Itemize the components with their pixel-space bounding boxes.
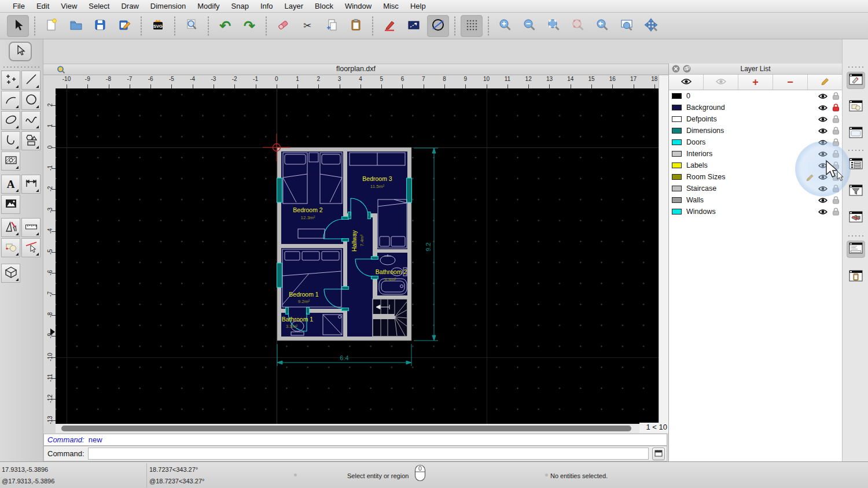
zoom-selection-button[interactable] — [567, 15, 589, 37]
layer-visibility-icon[interactable] — [816, 162, 829, 169]
menu-misc[interactable]: Misc — [377, 0, 404, 13]
copy-button[interactable] — [321, 15, 343, 37]
document-title-bar[interactable]: floorplan.dxf — [43, 64, 668, 75]
arc-tool-button[interactable] — [1, 91, 20, 110]
paste-button[interactable] — [345, 15, 367, 37]
layer-lock-icon[interactable] — [829, 127, 842, 135]
pan-button[interactable] — [640, 15, 662, 37]
line-tool-button[interactable] — [21, 71, 41, 90]
export-svg-button[interactable]: SVG — [147, 15, 169, 37]
palette-handle[interactable] — [2, 66, 39, 68]
menu-modify[interactable]: Modify — [192, 0, 225, 13]
spline-tool-button[interactable] — [21, 111, 41, 130]
layer-lock-icon[interactable] — [829, 184, 842, 193]
menu-view[interactable]: View — [55, 0, 83, 13]
menu-info[interactable]: Info — [255, 0, 279, 13]
cut-button[interactable]: ✂ — [296, 15, 318, 37]
selection-arrow-button[interactable] — [7, 15, 29, 37]
redo-button[interactable]: ↷ — [238, 15, 260, 37]
select-tool-button[interactable] — [9, 42, 32, 61]
layer-list-dock-button[interactable] — [847, 156, 865, 173]
zoom-window-button[interactable] — [616, 15, 638, 37]
layer-row[interactable]: Walls — [669, 194, 842, 206]
zoom-in-button[interactable] — [494, 15, 516, 37]
layer-lock-icon[interactable] — [829, 92, 842, 100]
hide-all-layers-button[interactable] — [704, 75, 738, 90]
layer-visibility-icon[interactable] — [816, 209, 829, 215]
clipboard-dock-button[interactable] — [847, 268, 865, 286]
layer-lock-icon[interactable] — [829, 138, 842, 146]
horizontal-scrollbar-thumb[interactable] — [61, 426, 631, 431]
menu-file[interactable]: File — [7, 0, 31, 13]
add-layer-button[interactable]: + — [738, 75, 773, 90]
menu-draw[interactable]: Draw — [115, 0, 144, 13]
layer-row-current[interactable]: Room Sizes — [669, 171, 842, 183]
layer-row[interactable]: 0 — [669, 90, 842, 102]
layer-row[interactable]: Defpoints — [669, 113, 842, 125]
layer-lock-icon[interactable] — [829, 150, 842, 158]
ellipse-tool-button[interactable] — [1, 111, 20, 130]
vertical-scrollbar-track[interactable] — [659, 75, 668, 424]
edit-layer-button[interactable] — [808, 75, 842, 90]
measure-tool-button[interactable] — [21, 218, 41, 237]
layer-visibility-icon[interactable] — [816, 186, 829, 192]
command-dock-button[interactable] — [847, 241, 865, 258]
circle-tool-button[interactable] — [21, 91, 41, 110]
delete-button[interactable] — [272, 15, 294, 37]
modify-tool-button[interactable] — [21, 238, 41, 257]
menu-select[interactable]: Select — [83, 0, 115, 13]
cad-tools-button[interactable] — [1, 218, 20, 237]
layer-filter-dock-button[interactable] — [847, 183, 865, 200]
dimension-tool-button[interactable] — [21, 175, 41, 194]
menu-help[interactable]: Help — [404, 0, 432, 13]
layer-row[interactable]: Background — [669, 102, 842, 113]
grid-toggle-button[interactable] — [461, 15, 483, 37]
layer-visibility-icon[interactable] — [816, 116, 829, 123]
menu-layer[interactable]: Layer — [279, 0, 310, 13]
layer-lock-icon[interactable] — [829, 173, 842, 181]
layer-lock-icon[interactable] — [829, 208, 842, 216]
layer-row[interactable]: Dimensions — [669, 125, 842, 136]
print-preview-button[interactable] — [181, 15, 203, 37]
layer-row[interactable]: Interiors — [669, 148, 842, 160]
text-tool-button[interactable]: A — [1, 175, 20, 194]
new-document-button[interactable] — [41, 15, 62, 37]
auto-zoom-button[interactable] — [543, 15, 565, 37]
drawing-canvas[interactable]: 9.2 6.4 Bedroom 2 12.3m² Bedroom 3 11.5m… — [56, 88, 659, 424]
layer-visibility-icon[interactable] — [816, 197, 829, 204]
dock-handle[interactable] — [847, 66, 865, 68]
layer-visibility-icon[interactable] — [816, 93, 829, 99]
zoom-out-button[interactable] — [518, 15, 540, 37]
pen-properties-button[interactable] — [378, 15, 400, 37]
command-dock-button[interactable] — [652, 448, 665, 460]
plugin-dock-button[interactable] — [847, 209, 865, 227]
draft-mode-button[interactable] — [427, 15, 449, 37]
menu-dimension[interactable]: Dimension — [145, 0, 192, 13]
menu-window[interactable]: Window — [339, 0, 377, 13]
hatch-tool-button[interactable] — [1, 151, 20, 171]
layer-visibility-icon[interactable] — [816, 174, 829, 180]
menu-block[interactable]: Block — [309, 0, 339, 13]
save-button[interactable] — [89, 15, 111, 37]
layer-row[interactable]: Staircase — [669, 183, 842, 194]
layer-lock-icon-locked[interactable] — [829, 103, 842, 112]
block-dock-button[interactable] — [847, 98, 865, 116]
layer-lock-icon[interactable] — [829, 115, 842, 123]
layer-row[interactable]: Labels — [669, 160, 842, 171]
layer-visibility-icon[interactable] — [816, 139, 829, 146]
solid-3d-tool-button[interactable] — [1, 264, 20, 283]
image-tool-button[interactable] — [1, 195, 20, 214]
menu-edit[interactable]: Edit — [31, 0, 55, 13]
polyline-tool-button[interactable] — [1, 131, 20, 150]
remove-layer-button[interactable]: − — [773, 75, 808, 90]
layer-lock-icon[interactable] — [829, 196, 842, 204]
layer-row[interactable]: Windows — [669, 206, 842, 217]
previous-view-button[interactable] — [591, 15, 613, 37]
select-window-button[interactable] — [403, 15, 425, 37]
layer-lock-icon[interactable] — [829, 161, 842, 169]
layer-visibility-icon[interactable] — [816, 128, 829, 134]
show-all-layers-button[interactable] — [669, 75, 704, 90]
pen-dock-button[interactable] — [847, 72, 865, 89]
command-input[interactable] — [88, 448, 649, 460]
library-dock-button[interactable] — [847, 125, 865, 142]
